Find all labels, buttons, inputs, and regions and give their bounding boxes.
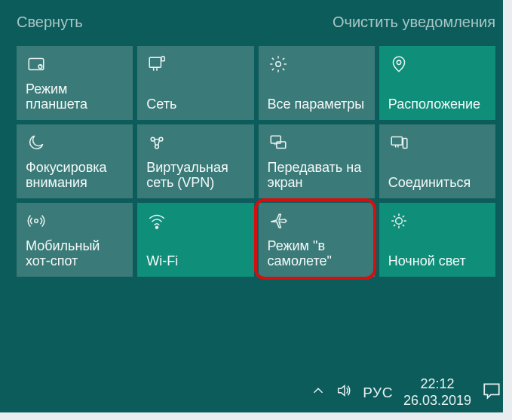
svg-rect-2 — [150, 57, 161, 67]
svg-point-15 — [395, 218, 402, 225]
svg-rect-3 — [161, 57, 164, 60]
tile-connect[interactable]: Соединиться — [379, 124, 495, 198]
tile-wifi[interactable]: Wi-Fi — [137, 203, 253, 277]
tile-label: Все параметры — [268, 97, 366, 112]
tile-label: Wi-Fi — [146, 253, 244, 269]
airplane-icon — [268, 210, 289, 231]
tile-night-light[interactable]: Ночной свет — [379, 203, 495, 277]
tile-vpn[interactable]: Виртуальная сеть (VPN) — [137, 124, 253, 198]
hotspot-icon — [26, 210, 47, 231]
clock[interactable]: 22:12 26.03.2019 — [403, 376, 471, 409]
clear-notifications-link[interactable]: Очистить уведомления — [333, 14, 495, 31]
clock-time: 22:12 — [403, 376, 471, 393]
project-icon — [268, 132, 289, 153]
tile-label: Режим планшета — [26, 81, 124, 112]
svg-point-13 — [35, 219, 38, 222]
svg-point-14 — [156, 226, 158, 228]
tile-project[interactable]: Передавать на экран — [259, 124, 375, 198]
tile-label: Виртуальная сеть (VPN) — [146, 160, 244, 191]
svg-rect-11 — [391, 136, 402, 145]
tile-network[interactable]: Сеть — [137, 46, 253, 120]
svg-rect-12 — [403, 139, 406, 149]
taskbar: РУС 22:12 26.03.2019 — [0, 372, 512, 413]
tablet-mode-icon — [26, 54, 47, 75]
tile-hotspot[interactable]: Мобильный хот-спот — [17, 203, 133, 277]
tray-overflow-icon[interactable] — [310, 382, 327, 403]
connect-icon — [388, 132, 409, 153]
svg-point-4 — [275, 62, 281, 67]
tile-label: Соединиться — [388, 175, 486, 191]
tile-label: Сеть — [146, 97, 244, 112]
tile-location[interactable]: Расположение — [379, 46, 495, 120]
quick-actions-grid: Режим планшетаСетьВсе параметрыРасположе… — [17, 46, 495, 277]
action-center-icon[interactable] — [482, 381, 501, 404]
collapse-link[interactable]: Свернуть — [17, 14, 83, 31]
wifi-icon — [146, 210, 167, 231]
svg-point-5 — [397, 60, 400, 64]
tile-label: Ночной свет — [388, 253, 486, 269]
tile-label: Фокусировка внимания — [26, 160, 124, 191]
night-light-icon — [388, 210, 409, 231]
tile-all-settings[interactable]: Все параметры — [259, 46, 375, 120]
system-tray — [310, 382, 352, 403]
svg-point-1 — [38, 65, 42, 69]
all-settings-icon — [268, 54, 289, 75]
focus-assist-icon — [26, 132, 47, 153]
language-indicator[interactable]: РУС — [363, 385, 393, 401]
tile-tablet-mode[interactable]: Режим планшета — [17, 46, 133, 120]
svg-point-8 — [155, 145, 159, 149]
volume-icon[interactable] — [336, 382, 352, 403]
tile-label: Передавать на экран — [268, 160, 366, 191]
action-center-panel: Свернуть Очистить уведомления Режим план… — [0, 0, 512, 283]
clock-date: 26.03.2019 — [403, 393, 471, 409]
tile-airplane[interactable]: Режим "в самолете" — [259, 203, 375, 277]
network-icon — [146, 54, 167, 75]
location-icon — [388, 54, 409, 75]
tile-label: Мобильный хот-спот — [26, 238, 124, 269]
vpn-icon — [146, 132, 167, 153]
tile-label: Расположение — [388, 97, 486, 112]
tile-label: Режим "в самолете" — [268, 238, 366, 269]
header-row: Свернуть Очистить уведомления — [17, 14, 495, 31]
tile-focus-assist[interactable]: Фокусировка внимания — [17, 124, 133, 198]
